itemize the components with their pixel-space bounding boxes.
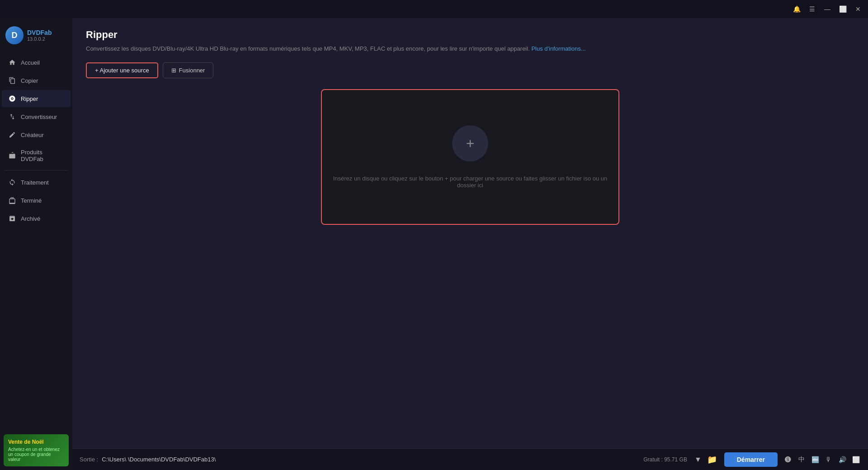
page-title: Ripper: [86, 29, 854, 41]
create-icon: [8, 131, 16, 139]
sidebar-item-convertisseur[interactable]: Convertisseur: [2, 108, 71, 125]
app-logo: D DVDFab 13.0.0.2: [0, 23, 72, 53]
output-label: Sortie :: [80, 456, 98, 463]
sidebar-item-archive[interactable]: Archivé: [2, 210, 71, 227]
output-path: C:\Users\ \Documents\DVDFab\DVDFab13\: [102, 456, 216, 463]
sidebar-item-ripper[interactable]: Ripper: [2, 90, 71, 107]
free-space[interactable]: Gratuit : 95.71 GB: [643, 456, 687, 463]
sidebar-item-createur[interactable]: Créateur: [2, 126, 71, 143]
sidebar-label-accueil: Accueil: [21, 59, 40, 66]
close-btn[interactable]: ✕: [852, 3, 864, 15]
done-icon: [8, 196, 16, 204]
start-button[interactable]: Démarrer: [724, 452, 778, 467]
sidebar-item-copier[interactable]: Copier: [2, 72, 71, 89]
drop-zone[interactable]: + Insérez un disque ou cliquez sur le bo…: [321, 89, 619, 225]
logo-text: DVDFab 13.0.0.2: [27, 29, 52, 42]
sidebar-item-traitement[interactable]: Traitement: [2, 174, 71, 191]
drop-zone-text: Insérez un disque ou cliquez sur le bout…: [322, 175, 618, 189]
maximize-btn[interactable]: ⬜: [836, 3, 849, 15]
sidebar-label-createur: Créateur: [21, 132, 44, 138]
sidebar-nav: Accueil Copier Ripper C: [0, 53, 72, 431]
notification-btn[interactable]: 🔔: [790, 3, 803, 15]
toolbar: + Ajouter une source ⊞ Fusionner: [86, 62, 854, 78]
content-area: Ripper Convertissez les disques DVD/Blu-…: [72, 18, 868, 448]
sidebar-label-copier: Copier: [21, 77, 38, 84]
processing-icon: [8, 178, 16, 186]
logo-title: DVDFab: [27, 29, 52, 36]
sidebar-label-termine: Terminé: [21, 197, 42, 204]
sidebar-item-termine[interactable]: Terminé: [2, 192, 71, 209]
convert-icon: [8, 113, 16, 121]
sidebar: D DVDFab 13.0.0.2 Accueil Copier: [0, 18, 72, 470]
taskbar-icon-5: 🔊: [837, 455, 847, 465]
chevron-down-icon: ▼: [694, 456, 702, 464]
promo-title: Vente de Noël: [8, 439, 64, 445]
sidebar-label-produits: Produits DVDFab: [21, 149, 64, 162]
taskbar-icons: 🅢 中 🔤 🎙 🔊 ⬜: [783, 455, 861, 465]
taskbar-icon-2: 中: [797, 455, 807, 465]
promo-subtitle: Achetez-en un et obtenez un coupon de gr…: [8, 447, 64, 462]
merge-label: Fusionner: [179, 67, 205, 74]
add-source-button[interactable]: + Ajouter une source: [86, 62, 158, 78]
sidebar-label-traitement: Traitement: [21, 179, 49, 186]
titlebar: 🔔 ☰ — ⬜ ✕: [0, 0, 868, 18]
drop-zone-circle: +: [452, 125, 488, 161]
merge-button[interactable]: ⊞ Fusionner: [163, 62, 214, 78]
nav-divider-1: [5, 170, 68, 171]
merge-icon: ⊞: [171, 67, 176, 74]
plus-icon: +: [466, 136, 475, 151]
taskbar-icon-1: 🅢: [783, 455, 793, 465]
folder-button[interactable]: 📁: [707, 455, 717, 465]
logo-version: 13.0.0.2: [27, 36, 52, 42]
sidebar-label-convertisseur: Convertisseur: [21, 114, 57, 120]
minimize-btn[interactable]: —: [821, 3, 834, 15]
home-icon: [8, 58, 16, 66]
page-description: Convertissez les disques DVD/Blu-ray/4K …: [86, 44, 854, 53]
archive-icon: [8, 214, 16, 223]
taskbar-icon-6: ⬜: [851, 455, 861, 465]
page-description-text: Convertissez les disques DVD/Blu-ray/4K …: [86, 45, 530, 52]
sidebar-item-produits[interactable]: Produits DVDFab: [2, 144, 71, 167]
sidebar-label-archive: Archivé: [21, 215, 40, 222]
taskbar-icon-3: 🔤: [810, 455, 820, 465]
products-icon: [8, 152, 16, 160]
sidebar-item-accueil[interactable]: Accueil: [2, 54, 71, 71]
more-info-link[interactable]: Plus d'informations...: [531, 45, 585, 52]
main-content: Ripper Convertissez les disques DVD/Blu-…: [72, 18, 868, 470]
disc-icon: [8, 95, 16, 103]
copy-icon: [8, 76, 16, 85]
window-controls: 🔔 ☰ — ⬜ ✕: [790, 3, 864, 15]
promo-banner[interactable]: Vente de Noël Achetez-en un et obtenez u…: [4, 434, 69, 466]
logo-icon: D: [5, 26, 24, 44]
status-bar: Sortie : C:\Users\ \Documents\DVDFab\DVD…: [72, 448, 868, 470]
taskbar-icon-4: 🎙: [824, 455, 834, 465]
menu-btn[interactable]: ☰: [806, 3, 818, 15]
status-output: Sortie : C:\Users\ \Documents\DVDFab\DVD…: [80, 456, 643, 463]
app-body: D DVDFab 13.0.0.2 Accueil Copier: [0, 18, 868, 470]
sidebar-label-ripper: Ripper: [21, 95, 38, 102]
